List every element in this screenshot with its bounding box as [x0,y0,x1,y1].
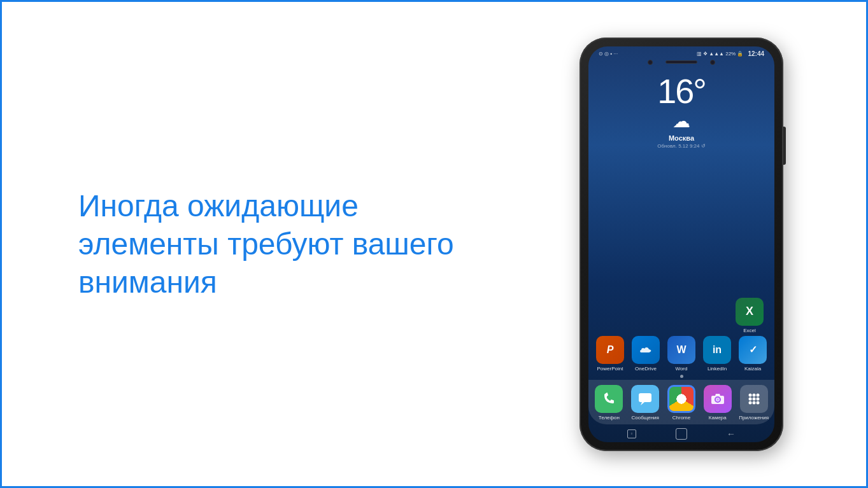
app-word[interactable]: W Word [664,336,699,372]
svg-point-6 [748,393,751,396]
svg-point-14 [756,401,759,404]
page-dot [680,375,683,378]
sensor-dot [710,60,715,65]
apps-label: Приложения [739,415,769,421]
onedrive-label: OneDrive [635,366,657,372]
camera-bar [588,59,774,67]
phone-mockup: ⊙ ◎ ▪ ··· ▥ ❖ ▲▲▲ 22% 🔒 12:44 16° ☁ Моск… [580,38,783,451]
excel-icon: X [736,298,764,326]
speaker [665,60,697,64]
svg-point-11 [756,397,759,400]
weather-temperature: 16° [588,74,774,108]
status-right: ▥ ❖ ▲▲▲ 22% 🔒 12:44 [697,50,764,57]
svg-marker-1 [641,402,644,405]
svg-point-13 [752,401,755,404]
word-icon: W [667,336,695,364]
status-time: 12:44 [748,50,764,57]
kaizala-icon: ✓ [739,336,767,364]
linkedin-icon: in [703,336,731,364]
kaizala-label: Kaizala [744,366,761,372]
app-excel[interactable]: X Excel [732,298,767,333]
dock-messages[interactable]: Сообщения [628,385,662,421]
phone-icon [595,385,623,413]
weather-updated: Обновл. 5.12 9:24 ↺ [588,143,774,149]
phone-screen: ⊙ ◎ ▪ ··· ▥ ❖ ▲▲▲ 22% 🔒 12:44 16° ☁ Моск… [588,46,774,442]
page-indicator [588,372,774,380]
svg-point-10 [752,397,755,400]
linkedin-label: LinkedIn [708,366,727,372]
camera-icon [704,385,732,413]
word-label: Word [676,366,688,372]
svg-point-8 [756,393,759,396]
phone-dock-label: Телефон [599,415,620,421]
svg-rect-0 [639,393,651,402]
home-bar: ▫ ← [588,424,774,442]
status-bar: ⊙ ◎ ▪ ··· ▥ ❖ ▲▲▲ 22% 🔒 12:44 [588,46,774,59]
status-icons-right: ▥ ❖ ▲▲▲ 22% 🔒 [697,51,744,57]
headline: Иногда ожидающие элементы требуют вашего… [78,187,459,302]
svg-point-9 [748,397,751,400]
app-powerpoint[interactable]: P PowerPoint [593,336,627,372]
app-dock: Телефон Сообщения [588,380,774,424]
weather-icon: ☁ [588,111,774,132]
dock-row: Телефон Сообщения [591,385,772,421]
status-icons-left: ⊙ ◎ ▪ ··· [599,51,618,57]
messages-icon [631,385,659,413]
left-section: Иногда ожидающие элементы требуют вашего… [2,187,497,302]
onedrive-icon [632,336,660,364]
recent-apps-button[interactable]: ▫ [627,429,636,438]
chrome-label: Chrome [672,415,690,421]
dock-apps[interactable]: Приложения [737,385,771,421]
svg-point-5 [716,398,719,401]
back-button[interactable]: ← [727,429,736,439]
camera-dot [648,60,653,65]
excel-corner: X Excel [588,298,774,336]
app-kaizala[interactable]: ✓ Kaizala [736,336,770,372]
powerpoint-label: PowerPoint [597,366,623,372]
dock-phone[interactable]: Телефон [592,385,626,421]
apps-icon [740,385,768,413]
right-section: ⊙ ◎ ▪ ··· ▥ ❖ ▲▲▲ 22% 🔒 12:44 16° ☁ Моск… [497,0,866,488]
camera-label: Камера [709,415,727,421]
excel-label: Excel [743,328,756,333]
weather-city: Москва [588,134,774,142]
weather-widget: 16° ☁ Москва Обновл. 5.12 9:24 ↺ [588,67,774,152]
svg-point-7 [752,393,755,396]
app-onedrive[interactable]: OneDrive [629,336,663,372]
svg-marker-3 [715,394,720,396]
svg-point-12 [748,401,751,404]
status-left: ⊙ ◎ ▪ ··· [599,51,618,57]
home-button[interactable] [676,428,687,440]
chrome-icon [667,385,695,413]
dock-camera[interactable]: Камера [701,385,735,421]
dock-chrome[interactable]: Chrome [664,385,699,421]
powerpoint-icon: P [596,336,624,364]
app-linkedin[interactable]: in LinkedIn [700,336,734,372]
messages-label: Сообщения [631,415,658,421]
app-row-main: P PowerPoint OneDrive W [588,336,774,372]
